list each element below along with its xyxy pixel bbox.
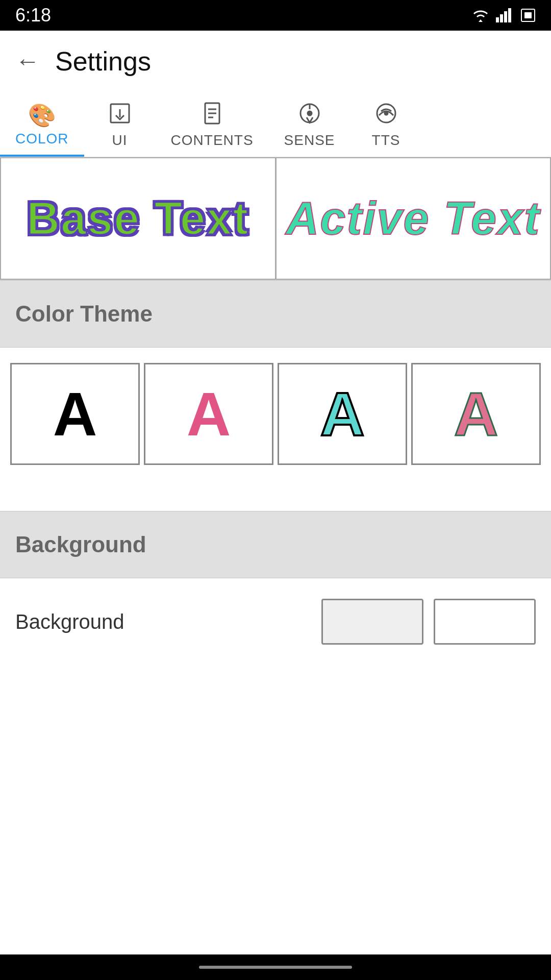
theme-options: A A A A: [0, 348, 551, 480]
status-icons: [471, 8, 536, 22]
preview-row: Base Text Active Text: [0, 157, 551, 281]
svg-rect-0: [496, 17, 499, 22]
ui-tab-icon: [109, 102, 131, 128]
svg-rect-3: [508, 8, 511, 22]
background-white-button[interactable]: [434, 599, 536, 645]
background-section-header: Background: [0, 511, 551, 578]
tab-color[interactable]: 🎨 COLOR: [0, 92, 84, 157]
active-text-preview-card[interactable]: Active Text: [276, 157, 552, 280]
svg-point-12: [308, 111, 312, 115]
theme-letter-1: A: [53, 383, 97, 445]
ui-tab-label: UI: [112, 132, 128, 149]
bottom-home-indicator[interactable]: [199, 966, 352, 969]
background-title: Background: [15, 532, 146, 557]
svg-point-15: [385, 112, 388, 115]
theme-letter-3: A: [320, 383, 365, 445]
sim-icon: [520, 8, 536, 22]
background-row: Background: [0, 578, 551, 665]
theme-option-3[interactable]: A: [278, 363, 407, 465]
tts-tab-icon: [375, 102, 397, 128]
color-tab-icon: 🎨: [28, 104, 56, 127]
sense-tab-icon: [298, 102, 321, 128]
theme-option-4[interactable]: A: [411, 363, 541, 465]
svg-rect-1: [500, 14, 503, 22]
tab-sense[interactable]: SENSE: [269, 92, 350, 157]
svg-rect-2: [504, 11, 507, 22]
tts-tab-label: TTS: [372, 132, 400, 149]
color-theme-title: Color Theme: [15, 301, 153, 326]
contents-tab-icon: [201, 102, 223, 128]
status-time: 6:18: [15, 5, 51, 26]
tab-tts[interactable]: TTS: [350, 92, 422, 157]
active-text-preview: Active Text: [286, 192, 540, 245]
theme-letter-2: A: [187, 383, 231, 445]
page-title: Settings: [55, 46, 151, 77]
bottom-nav-bar: [0, 954, 551, 980]
app-bar: ← Settings: [0, 31, 551, 92]
status-bar: 6:18: [0, 0, 551, 31]
background-row-label: Background: [15, 610, 124, 633]
tabs-container: 🎨 COLOR UI CONTENTS: [0, 92, 551, 157]
theme-option-2[interactable]: A: [144, 363, 273, 465]
theme-option-1[interactable]: A: [10, 363, 140, 465]
wifi-icon: [471, 8, 490, 22]
tab-ui[interactable]: UI: [84, 92, 156, 157]
base-text-preview: Base Text: [27, 192, 249, 245]
contents-tab-label: CONTENTS: [171, 132, 254, 149]
theme-letter-4: A: [454, 383, 498, 445]
background-controls: [321, 599, 536, 645]
sense-tab-label: SENSE: [284, 132, 335, 149]
color-tab-label: COLOR: [15, 131, 69, 147]
base-text-preview-card[interactable]: Base Text: [0, 157, 276, 280]
background-section: Background Background: [0, 511, 551, 665]
tab-contents[interactable]: CONTENTS: [156, 92, 269, 157]
back-button[interactable]: ←: [15, 49, 40, 74]
signal-icon: [496, 8, 514, 22]
svg-rect-5: [524, 12, 532, 18]
background-gray-button[interactable]: [321, 599, 423, 645]
color-theme-section-header: Color Theme: [0, 281, 551, 348]
